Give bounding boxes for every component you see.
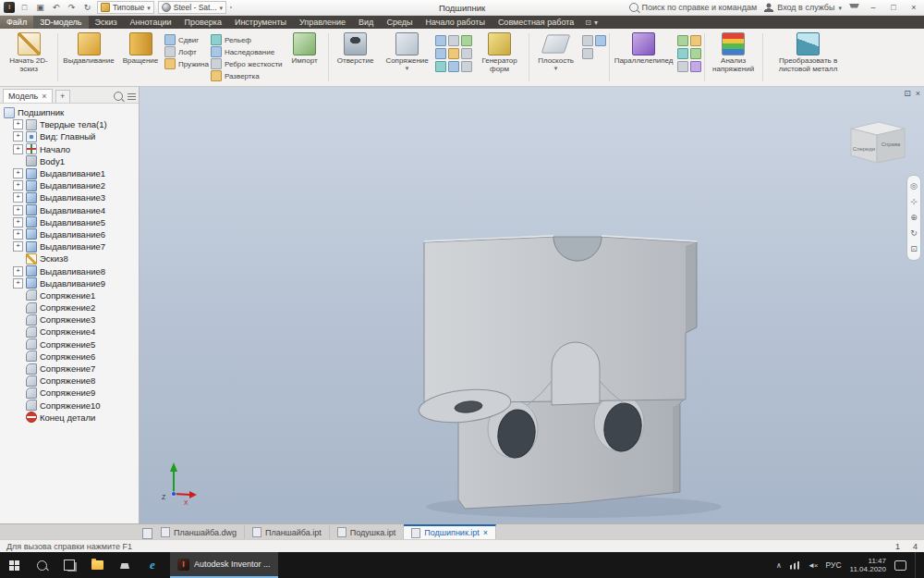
tree-item[interactable]: Начало [0,143,139,155]
extrude-button[interactable]: Выдавливание [61,31,116,84]
material-dropdown[interactable]: Steel - Sat... [158,1,226,14]
tree-item[interactable]: Body1 [0,155,139,167]
convert-to-sheet-metal-button[interactable]: Преобразовать в листовой металл [766,31,851,84]
emboss-button[interactable]: Рельеф [211,34,283,45]
expander-icon[interactable] [13,131,23,141]
tree-item[interactable]: Сопряжение1 [0,289,139,301]
small-tool-icon[interactable] [690,61,701,72]
taskbar-clock[interactable]: 11:47 11.04.2020 [850,557,886,573]
expander-icon[interactable] [13,278,23,289]
update-button[interactable]: ↻ [81,3,93,12]
small-tool-icon[interactable] [435,48,446,59]
tree-item[interactable]: Выдавливание6 [0,228,139,240]
tray-expand-icon[interactable]: ∧ [776,561,782,570]
tab-environments[interactable]: Среды [380,16,419,29]
tree-item[interactable]: Выдавливание4 [0,204,139,216]
tab-collaborate[interactable]: Совместная работа [492,16,580,29]
tab-tools[interactable]: Инструменты [228,16,293,29]
loft-button[interactable]: Лофт [164,46,209,57]
tab-view[interactable]: Вид [352,16,380,29]
small-tool-icon[interactable] [690,35,701,46]
browser-tab-model[interactable]: Модель [3,89,53,103]
shape-generator-button[interactable]: Генератор форм [474,31,526,84]
expander-icon[interactable] [13,180,23,191]
tree-item[interactable]: Выдавливание8 [0,264,139,277]
unwrap-button[interactable]: Развертка [211,70,283,81]
tab-sketch[interactable]: Эскиз [89,16,124,29]
tree-item[interactable]: Выдавливание7 [0,240,139,252]
start-2d-sketch-button[interactable]: Начать 2D-эскиз [3,31,55,84]
expander-icon[interactable] [13,168,23,178]
tree-item[interactable]: Выдавливание3 [0,191,139,203]
expander-icon[interactable] [13,266,23,277]
small-tool-icon[interactable] [582,35,593,46]
expander-icon[interactable] [13,241,23,252]
small-tool-icon[interactable] [435,61,446,72]
tree-item[interactable]: Выдавливание2 [0,179,139,191]
viewport-panel-icon[interactable]: ⊡ [904,89,911,98]
expander-icon[interactable] [13,144,23,154]
close-icon[interactable] [42,92,46,101]
small-tool-icon[interactable] [582,48,593,59]
tree-item[interactable]: Сопряжение8 [0,375,139,387]
tree-item[interactable]: Подшипник [0,106,139,118]
rib-button[interactable]: Ребро жесткости [211,58,283,69]
hole-button[interactable]: Отверстие [332,31,380,84]
minimize-button[interactable] [867,3,880,12]
viewcube-right-face-label[interactable]: Справа [881,141,901,147]
tree-item[interactable]: Сопряжение2 [0,301,139,314]
small-tool-icon[interactable] [677,35,688,46]
browser-filter-menu-icon[interactable] [128,93,136,100]
notification-center-icon[interactable] [894,560,906,571]
coil-button[interactable]: Пружина [164,58,209,69]
new-document-button[interactable]: □ [18,3,30,12]
volume-muted-icon[interactable] [808,560,818,570]
expander-icon[interactable] [13,119,23,129]
sign-in-button[interactable]: Вход в службы [764,3,842,12]
tree-item[interactable]: Твердые тела(1) [0,118,139,130]
task-view-button[interactable] [55,552,83,578]
stress-analysis-button[interactable]: Анализ напряжений [708,31,760,84]
tree-item[interactable]: Сопряжение9 [0,387,139,399]
sweep-button[interactable]: Сдвиг [164,34,209,45]
tree-item[interactable]: Выдавливание9 [0,277,139,289]
tab-file[interactable]: Файл [0,16,33,29]
expander-icon[interactable] [13,229,23,240]
zoom-icon[interactable]: ⊕ [910,214,918,222]
tree-item[interactable]: Конец детали [0,412,139,424]
look-at-icon[interactable]: ⊡ [910,245,918,253]
viewcube-front-face-label[interactable]: Спереди [853,146,875,152]
import-button[interactable]: Импорт [285,31,325,84]
orbit-icon[interactable]: ↻ [910,229,918,238]
expander-icon[interactable] [13,192,23,203]
tree-item[interactable]: Эскиз8 [0,252,139,264]
small-tool-icon[interactable] [435,35,446,46]
tab-inspect[interactable]: Проверка [178,16,228,29]
network-icon[interactable] [790,561,799,570]
plane-button[interactable]: Плоскость ▾ [532,31,580,84]
model-viewport[interactable]: Спереди Справа Z X ⊡ × ◎ [140,87,924,523]
tree-item[interactable]: Сопряжение5 [0,338,139,350]
small-tool-icon[interactable] [448,48,459,59]
small-tool-icon[interactable] [595,35,606,46]
small-tool-icon[interactable] [461,48,472,59]
redo-button[interactable]: ↷ [66,3,78,12]
store-button[interactable] [111,552,139,578]
file-explorer-button[interactable] [83,552,111,578]
undo-button[interactable]: ↶ [50,3,62,12]
tree-item[interactable]: Выдавливание5 [0,216,139,228]
small-tool-icon[interactable] [690,48,701,59]
tab-manage[interactable]: Управление [293,16,352,29]
viewport-close-icon[interactable]: × [916,89,920,98]
preset-dropdown[interactable]: Типовые [97,1,154,14]
nav-wheel-icon[interactable]: ◎ [910,182,918,191]
tab-3d-model[interactable]: 3D-модель [33,16,88,29]
small-tool-icon[interactable] [448,35,459,46]
small-tool-icon[interactable] [448,61,459,72]
edge-button[interactable]: e [139,552,166,578]
tree-item[interactable]: Сопряжение4 [0,326,139,338]
inventor-taskbar-button[interactable]: I Autodesk Inventor ... [170,552,278,578]
part-3d-model[interactable] [417,236,697,509]
show-desktop-button[interactable] [915,552,919,578]
add-browser-tab-button[interactable] [55,90,70,103]
